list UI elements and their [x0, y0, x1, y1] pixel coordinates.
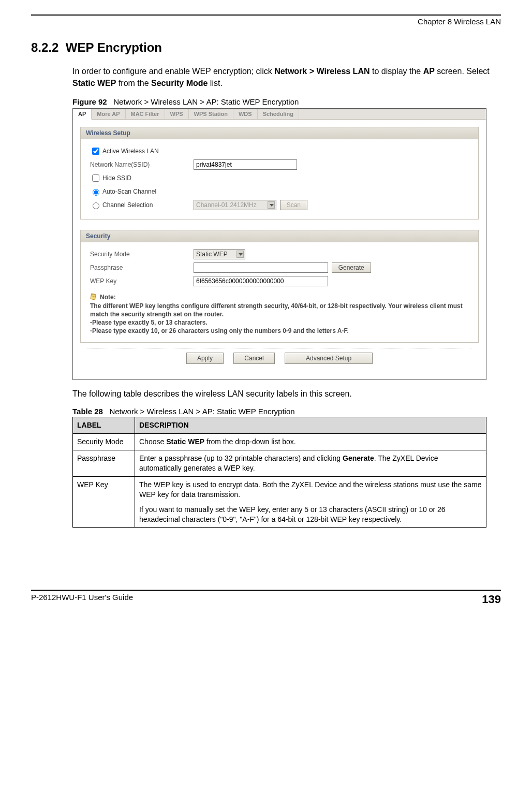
channel-selection-label: Channel Selection: [102, 201, 153, 209]
tab-scheduling[interactable]: Scheduling: [258, 109, 299, 119]
figure-label: Figure 92: [72, 97, 107, 106]
section-title: WEP Encryption: [66, 40, 162, 54]
row-label: Passphrase: [73, 450, 135, 477]
table-caption: Table 28 Network > Wireless LAN > AP: St…: [72, 407, 501, 416]
tab-ap[interactable]: AP: [73, 109, 92, 120]
note-line3: -Please type exactly 10, or 26 character…: [90, 327, 349, 334]
page-number: 139: [482, 593, 501, 606]
table-row: Passphrase Enter a passphrase (up to 32 …: [73, 450, 486, 477]
wep-key-p1: The WEP key is used to encrypt data. Bot…: [139, 480, 482, 500]
note-line2: -Please type exactly 5, or 13 characters…: [90, 319, 208, 326]
table-head-desc: DESCRIPTION: [135, 417, 486, 434]
generate-button[interactable]: Generate: [332, 262, 371, 273]
channel-selection-radio[interactable]: [93, 202, 99, 209]
tab-bar: APMore APMAC FilterWPSWPS StationWDSSche…: [73, 109, 486, 120]
apply-button[interactable]: Apply: [186, 353, 224, 364]
wep-key-label: WEP Key: [90, 277, 194, 285]
tab-wps[interactable]: WPS: [165, 109, 189, 119]
wireless-setup-title: Wireless Setup: [81, 127, 478, 139]
hide-ssid-label: Hide SSID: [102, 174, 131, 182]
note-line1: The different WEP key lengths configure …: [90, 302, 463, 318]
button-row: Apply Cancel Advanced Setup: [87, 348, 471, 372]
description-table: LABEL DESCRIPTION Security Mode Choose S…: [72, 417, 486, 528]
footer-guide: P-2612HWU-F1 User's Guide: [31, 593, 133, 606]
active-wlan-label: Active Wireless LAN: [102, 148, 159, 155]
table-label: Table 28: [72, 407, 103, 416]
tab-wds[interactable]: WDS: [233, 109, 258, 119]
intro-paragraph: In order to configure and enable WEP enc…: [72, 65, 501, 89]
section-heading: 8.2.2 WEP Encryption: [31, 40, 501, 55]
security-mode-label: Security Mode: [90, 251, 194, 258]
note-icon: [90, 293, 98, 301]
cancel-button[interactable]: Cancel: [233, 353, 274, 364]
row-label: Security Mode: [73, 434, 135, 450]
page-footer: P-2612HWU-F1 User's Guide 139: [31, 590, 501, 606]
chevron-down-icon: [268, 201, 275, 209]
chevron-down-icon: [237, 251, 244, 258]
table-head-label: LABEL: [73, 417, 135, 434]
table-title: Network > Wireless LAN > AP: Static WEP …: [109, 407, 294, 416]
tab-mac-filter[interactable]: MAC Filter: [126, 109, 165, 119]
security-mode-select[interactable]: Static WEP: [194, 249, 245, 259]
auto-scan-label: Auto-Scan Channel: [102, 188, 156, 195]
row-label: WEP Key: [73, 476, 135, 528]
channel-select[interactable]: Channel-01 2412MHz: [194, 200, 276, 210]
tab-wps-station[interactable]: WPS Station: [189, 109, 233, 119]
channel-select-value: Channel-01 2412MHz: [196, 201, 257, 209]
row-desc: The WEP key is used to encrypt data. Bot…: [135, 476, 486, 528]
wep-key-p2: If you want to manually set the WEP key,…: [139, 505, 482, 524]
table-row: WEP Key The WEP key is used to encrypt d…: [73, 476, 486, 528]
figure-caption: Figure 92 Network > Wireless LAN > AP: S…: [72, 97, 501, 106]
advanced-setup-button[interactable]: Advanced Setup: [285, 353, 373, 364]
active-wlan-checkbox[interactable]: [92, 148, 99, 155]
scan-button[interactable]: Scan: [280, 200, 307, 210]
passphrase-input[interactable]: [194, 262, 328, 273]
security-mode-value: Static WEP: [196, 251, 228, 258]
table-row: Security Mode Choose Static WEP from the…: [73, 434, 486, 450]
chapter-header: Chapter 8 Wireless LAN: [31, 17, 501, 26]
ssid-input[interactable]: [194, 159, 297, 170]
security-title: Security: [81, 230, 478, 242]
ssid-label: Network Name(SSID): [90, 161, 194, 168]
screenshot-panel: APMore APMAC FilterWPSWPS StationWDSSche…: [72, 108, 486, 380]
note-title: Note:: [100, 294, 116, 301]
passphrase-label: Passphrase: [90, 264, 194, 271]
wep-key-input[interactable]: [194, 276, 328, 286]
wireless-setup-panel: Wireless Setup Active Wireless LAN Netwo…: [80, 127, 479, 220]
figure-title: Network > Wireless LAN > AP: Static WEP …: [113, 97, 299, 106]
row-desc: Enter a passphrase (up to 32 printable c…: [135, 450, 486, 477]
row-desc: Choose Static WEP from the drop-down lis…: [135, 434, 486, 450]
note-block: Note: The different WEP key lengths conf…: [90, 293, 469, 335]
desc-intro: The following table describes the wirele…: [72, 389, 501, 399]
hide-ssid-checkbox[interactable]: [92, 174, 99, 182]
auto-scan-radio[interactable]: [93, 189, 99, 196]
section-number: 8.2.2: [31, 40, 58, 54]
security-panel: Security Security Mode Static WEP Passph…: [80, 230, 479, 343]
tab-more-ap[interactable]: More AP: [92, 109, 125, 119]
